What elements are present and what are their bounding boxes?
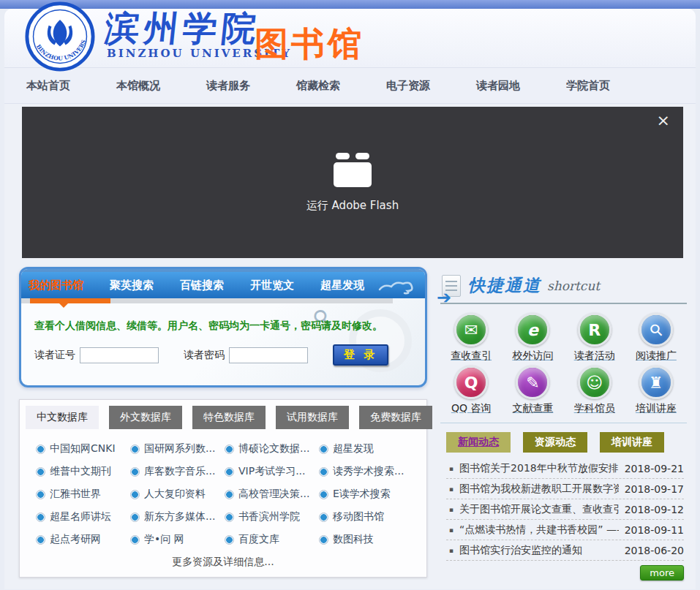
page: BINZHOU UNIVERSITY 滨州学院 BINZHOU UNIVERSI… — [0, 0, 700, 590]
nav-item-about[interactable]: 本馆概况 — [116, 79, 160, 93]
tab-free-databases[interactable]: 免费数据库 — [359, 406, 432, 429]
tab-foreign-databases[interactable]: 外文数据库 — [109, 406, 182, 429]
db-link[interactable]: 人大复印资料 — [130, 488, 225, 501]
db-link[interactable]: 新东方多媒体... — [130, 510, 225, 523]
news-date: 2018-09-17 — [625, 483, 684, 495]
db-link[interactable]: 移动图书馆 — [319, 510, 413, 523]
news-more-button[interactable]: more — [640, 565, 684, 580]
db-link[interactable]: 数图科技 — [319, 533, 413, 546]
nav-item-e-resources[interactable]: 电子资源 — [386, 79, 430, 93]
news-list: ▪ 图书馆关于2018年中秋节放假安排的通... 2018-09-21 ▪ 图书… — [440, 457, 687, 561]
tab-kaishi-lanwen[interactable]: 开世览文 — [250, 279, 294, 292]
plugin-icon — [334, 162, 372, 187]
login-button[interactable]: 登 录 — [333, 344, 388, 366]
tab-trial-databases[interactable]: 试用数据库 — [276, 406, 349, 429]
news-item[interactable]: ▪ “点燃读书热情，共建书香校园” ——图... 2018-09-11 — [446, 520, 684, 540]
shortcut-header: ➔ 快捷通道 shortcut — [440, 267, 687, 304]
db-link[interactable]: VIP考试学习... — [225, 465, 319, 478]
active-tab-underline-track — [21, 298, 393, 303]
news-tab-bar: 新闻动态 资源动态 培训讲座 — [446, 432, 687, 453]
news-date: 2018-09-11 — [625, 524, 684, 536]
db-link[interactable]: 读秀学术搜索... — [319, 465, 413, 478]
offcampus-access-icon: e — [516, 313, 549, 347]
tab-bailian-search[interactable]: 百链搜索 — [180, 279, 224, 292]
shortcut-title-en: shortcut — [547, 279, 600, 293]
arrow-icon: ➔ — [437, 287, 451, 308]
db-link[interactable]: 超星名师讲坛 — [36, 510, 130, 523]
nav-item-catalog-search[interactable]: 馆藏检索 — [296, 79, 340, 93]
shortcut-title-zh: 快捷通道 — [468, 274, 541, 297]
reader-password-input[interactable] — [229, 347, 308, 363]
tab-chaoxing-discovery[interactable]: 超星发现 — [320, 279, 364, 292]
flash-banner-placeholder[interactable]: × 运行 Adobe Flash — [22, 107, 683, 258]
radio-bullet-icon — [36, 490, 45, 499]
radio-bullet-icon — [225, 445, 234, 454]
tab-training-lectures[interactable]: 培训讲座 — [600, 432, 664, 453]
shortcut-qq-consult[interactable]: Q QQ 咨询 — [440, 366, 502, 415]
square-bullet-icon: ▪ — [449, 485, 454, 493]
db-link[interactable]: 汇雅书世界 — [36, 488, 130, 501]
news-date: 2018-09-21 — [625, 463, 684, 474]
db-link[interactable]: 国研网系列数... — [130, 442, 225, 455]
tab-juying-search[interactable]: 聚英搜索 — [110, 279, 154, 292]
db-link[interactable]: 博硕论文数据... — [225, 442, 319, 455]
shortcut-reader-activity[interactable]: R 读者活动 — [564, 313, 625, 363]
radio-bullet-icon — [130, 535, 140, 545]
top-blue-bar — [0, 0, 700, 9]
right-column: ➔ 快捷通道 shortcut ✉ 查收查引 e 校外访问 R — [440, 267, 687, 582]
login-form: 读者证号 读者密码 登 录 — [34, 344, 412, 366]
radio-bullet-icon — [225, 490, 234, 499]
shortcut-reading-promotion[interactable]: ⚲ 阅读推广 — [625, 313, 687, 363]
tab-my-library[interactable]: 我的图书馆 — [29, 279, 83, 292]
db-link[interactable]: 中国知网CNKI — [36, 442, 130, 455]
shortcut-plagiarism-check[interactable]: ✎ 文献查重 — [502, 366, 563, 415]
database-panel: 中文数据库 外文数据库 特色数据库 试用数据库 免费数据库 中国知网CNKI 国… — [19, 399, 427, 578]
radio-bullet-icon — [319, 535, 328, 545]
tab-chinese-databases[interactable]: 中文数据库 — [26, 406, 99, 429]
square-bullet-icon: ▪ — [449, 547, 454, 554]
db-link[interactable]: 库客数字音乐... — [130, 465, 225, 478]
square-bullet-icon: ▪ — [449, 465, 454, 472]
db-link[interactable]: 百度文库 — [225, 533, 319, 546]
news-more-row: more — [440, 561, 687, 582]
plagiarism-check-icon: ✎ — [516, 366, 549, 399]
library-title: 图书馆 — [255, 22, 364, 67]
news-item[interactable]: ▪ 关于图书馆开展论文查重、查收查引等... 2018-09-12 — [446, 499, 684, 520]
flash-run-prompt[interactable]: 运行 Adobe Flash — [22, 152, 683, 213]
tab-special-databases[interactable]: 特色数据库 — [192, 406, 266, 429]
radio-bullet-icon — [319, 490, 328, 499]
tab-resource-updates[interactable]: 资源动态 — [523, 432, 587, 453]
db-link[interactable]: 书香滨州学院 — [225, 510, 319, 523]
db-link[interactable]: 超星发现 — [319, 442, 413, 455]
radio-bullet-icon — [130, 445, 140, 454]
shortcut-training-lecture[interactable]: ♜ 培训讲座 — [625, 366, 687, 415]
more-resources-link[interactable]: 更多资源及详细信息... — [26, 549, 421, 572]
tab-news[interactable]: 新闻动态 — [446, 432, 511, 453]
shortcut-citation-check[interactable]: ✉ 查收查引 — [440, 313, 502, 363]
shortcut-offcampus-access[interactable]: e 校外访问 — [502, 313, 563, 363]
square-bullet-icon: ▪ — [449, 506, 454, 513]
db-link[interactable]: 学•问 网 — [130, 533, 225, 546]
reader-id-input[interactable] — [80, 347, 159, 363]
nav-item-home[interactable]: 本站首页 — [26, 79, 70, 93]
reading-promotion-icon: ⚲ — [639, 313, 673, 347]
news-item[interactable]: ▪ 图书馆关于2018年中秋节放假安排的通... 2018-09-21 — [446, 458, 684, 479]
radio-bullet-icon — [225, 467, 234, 477]
news-item[interactable]: ▪ 图书馆实行治安监控的通知 2018-06-20 — [446, 540, 684, 561]
qq-consult-icon: Q — [454, 366, 488, 399]
db-link[interactable]: 维普中文期刊 — [36, 465, 130, 478]
shortcut-subject-librarian[interactable]: ☺ 学科馆员 — [564, 366, 625, 415]
radio-bullet-icon — [36, 445, 45, 454]
nav-item-reader-garden[interactable]: 读者园地 — [476, 79, 520, 93]
nav-item-reader-services[interactable]: 读者服务 — [206, 79, 250, 93]
close-icon[interactable]: × — [657, 113, 670, 129]
news-item[interactable]: ▪ 图书馆为我校新进教职工开展数字资源... 2018-09-17 — [446, 479, 684, 499]
db-link[interactable]: 起点考研网 — [36, 533, 130, 546]
nav-item-university-home[interactable]: 学院首页 — [566, 79, 610, 93]
cloud-decoration-icon — [377, 278, 415, 295]
news-date: 2018-06-20 — [625, 545, 684, 556]
db-link[interactable]: 高校管理决策... — [225, 488, 319, 501]
db-link[interactable]: E读学术搜索 — [319, 488, 413, 501]
radio-bullet-icon — [225, 535, 234, 545]
login-body: ⚲ 查看个人借阅信息、续借等。用户名、密码均为一卡通号，密码请及时修改。 读者证… — [21, 303, 425, 385]
